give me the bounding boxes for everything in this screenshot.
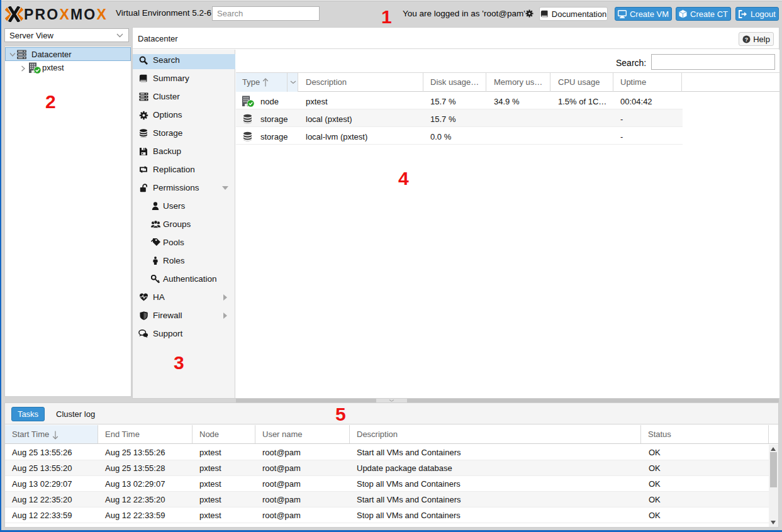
svg-text:?: ? [745,36,749,42]
